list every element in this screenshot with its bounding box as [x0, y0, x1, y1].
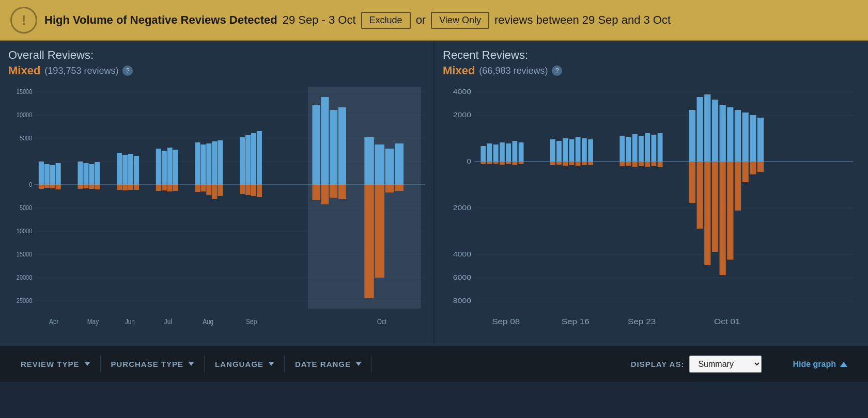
date-range-filter[interactable]: DATE RANGE: [285, 356, 372, 373]
overall-review-count: (193,753 reviews): [44, 66, 118, 76]
hide-graph-button[interactable]: Hide graph: [782, 356, 858, 373]
svg-rect-56: [206, 185, 211, 195]
svg-rect-122: [550, 162, 555, 165]
svg-text:Sep: Sep: [246, 317, 257, 326]
svg-rect-117: [513, 141, 518, 162]
svg-rect-164: [742, 162, 749, 182]
svg-rect-121: [550, 139, 555, 162]
svg-rect-134: [588, 162, 593, 165]
svg-text:0: 0: [29, 181, 32, 188]
svg-text:Apr: Apr: [49, 317, 59, 326]
svg-rect-24: [50, 185, 55, 188]
recent-review-status: Mixed (66,983 reviews) ?: [443, 64, 860, 77]
recent-help-icon[interactable]: ?: [552, 66, 562, 76]
svg-rect-55: [206, 143, 211, 185]
svg-rect-136: [619, 162, 625, 166]
svg-text:20000: 20000: [17, 274, 33, 281]
svg-rect-138: [626, 162, 631, 166]
svg-rect-112: [493, 162, 499, 164]
svg-rect-83: [385, 185, 394, 192]
svg-rect-43: [156, 149, 161, 185]
language-filter[interactable]: LANGUAGE: [205, 356, 285, 373]
svg-rect-148: [658, 162, 663, 167]
svg-rect-145: [652, 135, 657, 162]
svg-rect-159: [727, 107, 733, 162]
svg-text:5000: 5000: [20, 204, 33, 212]
svg-rect-146: [652, 162, 657, 166]
review-type-chevron: [85, 362, 90, 366]
purchase-type-filter[interactable]: PURCHASE TYPE: [101, 356, 205, 373]
svg-rect-137: [626, 137, 631, 162]
svg-text:Oct 01: Oct 01: [714, 317, 740, 325]
overall-review-status: Mixed (193,753 reviews) ?: [8, 64, 425, 77]
svg-rect-20: [39, 185, 44, 189]
svg-rect-72: [321, 97, 329, 185]
svg-rect-42: [134, 185, 139, 190]
svg-rect-153: [704, 94, 710, 162]
svg-rect-26: [56, 185, 61, 189]
svg-rect-166: [750, 162, 756, 174]
svg-rect-116: [506, 162, 511, 164]
svg-rect-81: [375, 185, 384, 278]
recent-chart-area: 4000 2000 0 2000 4000 6000 8000: [443, 82, 860, 340]
svg-rect-67: [257, 131, 262, 185]
hide-graph-label: Hide graph: [793, 360, 836, 369]
exclude-button[interactable]: Exclude: [361, 12, 411, 29]
svg-rect-143: [645, 133, 650, 162]
svg-text:25000: 25000: [17, 297, 33, 304]
svg-rect-107: [481, 146, 486, 162]
svg-text:0: 0: [467, 157, 471, 165]
svg-rect-163: [742, 112, 749, 162]
svg-rect-75: [330, 185, 337, 198]
svg-rect-70: [312, 105, 320, 185]
svg-rect-155: [712, 100, 718, 162]
recent-review-count: (66,983 reviews): [479, 66, 548, 76]
svg-rect-158: [720, 162, 726, 275]
language-chevron: [269, 362, 274, 366]
svg-rect-151: [697, 97, 703, 162]
svg-rect-33: [95, 162, 100, 185]
display-as-select[interactable]: Summary Recent All Time: [689, 356, 762, 373]
svg-rect-35: [117, 153, 122, 185]
svg-rect-76: [338, 107, 346, 185]
svg-rect-66: [251, 185, 256, 196]
svg-rect-44: [156, 185, 161, 191]
svg-rect-39: [128, 154, 133, 185]
review-type-filter[interactable]: REVIEW TYPE: [10, 356, 101, 373]
svg-rect-135: [619, 136, 625, 162]
svg-rect-57: [212, 141, 217, 185]
svg-rect-125: [563, 138, 568, 162]
svg-rect-48: [167, 185, 173, 191]
date-range-chevron: [356, 362, 361, 366]
overall-help-icon[interactable]: ?: [122, 66, 133, 76]
svg-rect-29: [83, 163, 88, 185]
svg-text:10000: 10000: [17, 111, 33, 119]
overall-chart-panel: Overall Reviews: Mixed (193,753 reviews)…: [0, 41, 435, 346]
svg-text:15000: 15000: [17, 250, 33, 258]
svg-rect-132: [582, 162, 587, 165]
svg-rect-59: [218, 140, 223, 185]
svg-text:Aug: Aug: [203, 317, 213, 326]
svg-rect-49: [173, 150, 178, 185]
svg-rect-140: [632, 162, 638, 167]
svg-rect-21: [44, 164, 50, 185]
svg-text:Oct: Oct: [377, 317, 387, 326]
svg-rect-54: [200, 185, 206, 191]
svg-rect-113: [500, 142, 505, 162]
svg-text:15000: 15000: [17, 88, 33, 95]
alert-icon: !: [10, 7, 37, 34]
svg-rect-128: [569, 162, 575, 165]
view-only-button[interactable]: View Only: [431, 12, 489, 29]
svg-rect-110: [487, 162, 492, 164]
svg-rect-41: [134, 156, 139, 185]
svg-rect-23: [50, 165, 55, 185]
svg-rect-28: [78, 185, 83, 189]
svg-rect-62: [240, 185, 245, 194]
svg-text:8000: 8000: [453, 297, 471, 304]
overall-chart-svg: 15000 10000 5000 0 5000 10000 15000 2000…: [8, 82, 425, 340]
svg-rect-32: [89, 185, 94, 189]
svg-rect-71: [312, 185, 320, 200]
svg-rect-142: [639, 162, 644, 166]
svg-rect-129: [576, 137, 581, 162]
svg-rect-80: [375, 144, 384, 185]
